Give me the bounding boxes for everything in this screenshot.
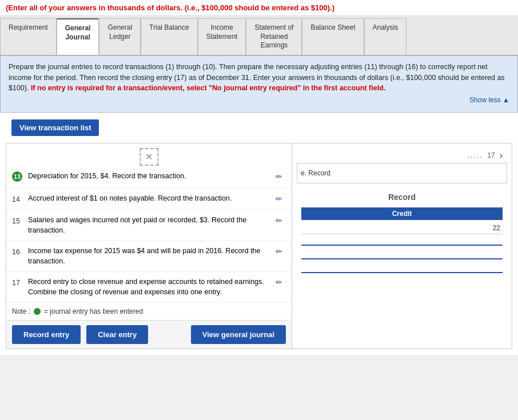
transaction-row: 17 Record entry to close revenue and exp… (6, 272, 292, 303)
view-transaction-button[interactable]: View transaction list (11, 119, 99, 136)
credit-input-2[interactable] (301, 248, 503, 259)
tab-general-ledger[interactable]: GeneralLedger (99, 18, 141, 55)
nav-row: ..... 17 › (297, 148, 507, 163)
tab-income-statement[interactable]: IncomeStatement (198, 18, 246, 55)
tab-analysis[interactable]: Analysis (364, 18, 407, 55)
edit-icon-16[interactable]: ✏ (272, 246, 286, 258)
transaction-number-17: 17 (12, 277, 28, 289)
nav-next-arrow[interactable]: › (500, 150, 503, 161)
credit-section: Credit 22 (297, 205, 507, 278)
edit-icon-13[interactable]: ✏ (272, 171, 286, 183)
transaction-number-15: 15 (12, 215, 28, 227)
right-panel-inner: ..... 17 › e. Record Record Credit 22 (292, 143, 512, 349)
record-placeholder: Record (297, 187, 507, 205)
tabs-row: Requirement GeneralJournal GeneralLedger… (0, 16, 518, 55)
credit-input-1[interactable] (301, 234, 503, 246)
bottom-buttons: Record entry Clear entry View general jo… (6, 320, 292, 349)
edit-icon-14[interactable]: ✏ (272, 194, 286, 205)
view-general-journal-button[interactable]: View general journal (191, 325, 286, 344)
main-area: ✕ 13 Depreciation for 2015, $4. Record t… (0, 143, 518, 355)
credit-value: 22 (301, 222, 503, 234)
edit-icon-15[interactable]: ✏ (272, 215, 286, 227)
no-entry-text: e. Record (301, 167, 503, 179)
credit-input-3[interactable] (301, 262, 503, 273)
show-less-button[interactable]: Show less (9, 94, 509, 106)
transaction-row: 15 Salaries and wages incurred not yet p… (6, 210, 292, 241)
tab-trial-balance[interactable]: Trial Balance (141, 18, 198, 55)
record-entry-button[interactable]: Record entry (12, 325, 81, 344)
right-panel: ..... 17 › e. Record Record Credit 22 (292, 143, 512, 349)
top-banner: (Enter all of your answers in thousands … (0, 0, 518, 16)
transaction-number-13: 13 (12, 171, 28, 182)
close-icon[interactable]: ✕ (140, 148, 158, 166)
transaction-row: 13 Depreciation for 2015, $4. Record the… (6, 166, 292, 189)
transaction-number-14: 14 (12, 194, 28, 205)
clear-entry-button[interactable]: Clear entry (86, 325, 148, 344)
transaction-row: 16 Income tax expense for 2015 was $4 an… (6, 241, 292, 272)
tab-retained-earnings[interactable]: Statement ofRetainedEarnings (246, 18, 302, 55)
transaction-row: 14 Accrued interest of $1 on notes payab… (6, 189, 292, 211)
tab-requirement[interactable]: Requirement (0, 18, 57, 55)
note-text: = journal entry has been entered (44, 307, 143, 315)
note-row: Note : = journal entry has been entered (6, 303, 292, 320)
tab-general-journal[interactable]: GeneralJournal (57, 18, 99, 55)
note-label: Note : (12, 307, 30, 315)
transaction-desc-17: Record entry to close revenue and expens… (28, 277, 272, 297)
tab-balance-sheet[interactable]: Balance Sheet (302, 18, 364, 55)
record-popup: e. Record (297, 163, 507, 183)
left-panel: ✕ 13 Depreciation for 2015, $4. Record t… (6, 143, 292, 349)
edit-icon-17[interactable]: ✏ (272, 277, 286, 289)
nav-dots: ..... (468, 151, 483, 159)
info-box: Prepare the journal entries to record tr… (0, 55, 518, 113)
nav-number: 17 (487, 151, 495, 159)
green-dot-icon (34, 308, 41, 315)
transaction-desc-15: Salaries and wages incurred not yet paid… (28, 215, 272, 235)
transaction-desc-16: Income tax expense for 2015 was $4 and w… (28, 246, 272, 266)
transaction-desc-14: Accrued interest of $1 on notes payable.… (28, 194, 272, 204)
transaction-desc-13: Depreciation for 2015, $4. Record the tr… (28, 171, 272, 182)
credit-label: Credit (301, 207, 503, 220)
transaction-number-16: 16 (12, 246, 28, 258)
